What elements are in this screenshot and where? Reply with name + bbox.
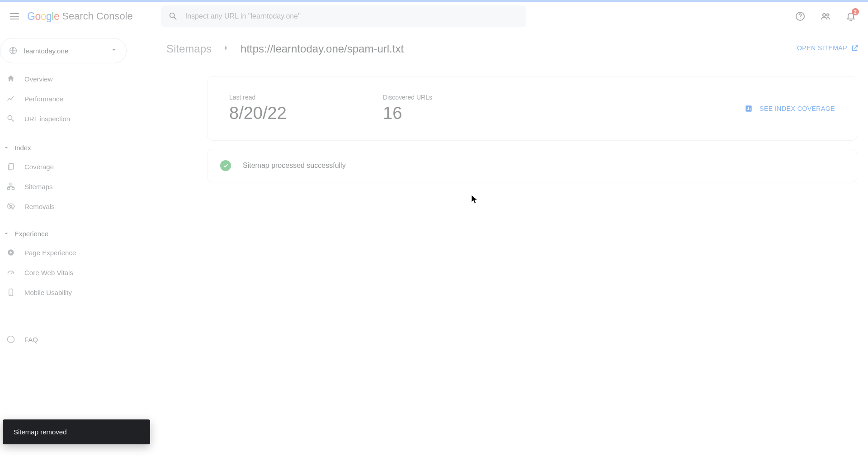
open-sitemap-label: OPEN SITEMAP — [797, 44, 847, 52]
nav-overview[interactable]: Overview — [0, 69, 127, 89]
chart-line-icon — [6, 94, 15, 103]
bar-chart-icon — [744, 104, 753, 113]
app-header: Google Search Console 2 — [0, 2, 868, 31]
nav-label: Performance — [24, 95, 63, 103]
sidebar: learntoday.one Overview Performance URL … — [0, 36, 127, 457]
metric-value: 8/20/22 — [229, 104, 383, 123]
hamburger-icon — [9, 11, 20, 22]
nav-faq[interactable]: FAQ — [0, 329, 127, 349]
nav-performance[interactable]: Performance — [0, 89, 127, 109]
open-sitemap-button[interactable]: OPEN SITEMAP — [793, 37, 863, 59]
snackbar-toast: Sitemap removed — [3, 419, 150, 444]
nav-section-label: Index — [14, 144, 31, 152]
nav-section-index[interactable]: Index — [0, 138, 127, 157]
header-actions: 2 — [790, 6, 864, 26]
product-logo[interactable]: Google Search Console — [27, 10, 133, 23]
svg-rect-8 — [12, 188, 14, 190]
nav-label: Page Experience — [24, 249, 76, 257]
chevron-right-icon — [222, 43, 231, 54]
help-icon — [6, 335, 15, 344]
globe-icon — [9, 46, 18, 55]
speedometer-icon — [6, 268, 15, 277]
svg-point-2 — [823, 14, 826, 16]
home-icon — [6, 74, 15, 83]
action-label: SEE INDEX COVERAGE — [760, 105, 835, 112]
nav-coverage[interactable]: Coverage — [0, 157, 127, 176]
nav-label: Overview — [24, 75, 53, 83]
see-index-coverage-button[interactable]: SEE INDEX COVERAGE — [744, 104, 835, 113]
breadcrumb-root[interactable]: Sitemaps — [166, 43, 212, 55]
google-wordmark: Google — [27, 10, 59, 23]
status-text: Sitemap processed successfully — [243, 162, 346, 170]
property-domain: learntoday.one — [24, 47, 104, 55]
breadcrumb-current: https://learntoday.one/spam-url.txt — [241, 43, 404, 55]
main-content: Sitemaps https://learntoday.one/spam-url… — [136, 36, 868, 457]
url-inspect-search[interactable] — [161, 5, 526, 27]
svg-rect-7 — [8, 188, 10, 190]
nav-label: Removals — [24, 203, 55, 210]
check-circle-icon — [220, 160, 231, 171]
toast-text: Sitemap removed — [14, 428, 67, 436]
sitemap-icon — [6, 182, 15, 191]
svg-point-13 — [8, 336, 14, 343]
status-card: Sitemap processed successfully — [207, 149, 857, 182]
search-input[interactable] — [185, 12, 519, 20]
nav-label: FAQ — [24, 336, 38, 343]
nav-label: Mobile Usability — [24, 289, 72, 296]
nav-label: URL inspection — [24, 115, 70, 123]
nav-label: Core Web Vitals — [24, 269, 73, 276]
notification-badge: 2 — [852, 8, 859, 15]
nav-removals[interactable]: Removals — [0, 196, 127, 216]
pages-icon — [6, 162, 15, 171]
help-button[interactable] — [790, 6, 810, 26]
mobile-icon — [6, 288, 15, 297]
nav-label: Coverage — [24, 163, 54, 171]
search-icon — [6, 114, 15, 123]
nav-mobile-usability[interactable]: Mobile Usability — [0, 282, 127, 302]
app-name: Search Console — [62, 10, 133, 22]
metric-label: Discovered URLs — [383, 94, 537, 101]
nav-core-web-vitals[interactable]: Core Web Vitals — [0, 262, 127, 282]
nav-url-inspection[interactable]: URL inspection — [0, 109, 127, 129]
nav-label: Sitemaps — [24, 183, 53, 190]
svg-rect-6 — [10, 183, 12, 185]
chevron-down-icon — [3, 144, 10, 151]
notifications-button[interactable]: 2 — [841, 6, 861, 26]
nav-section-experience[interactable]: Experience — [0, 224, 127, 243]
metric-value: 16 — [383, 104, 537, 123]
primary-nav: Overview Performance URL inspection Inde… — [0, 69, 127, 349]
menu-button[interactable] — [4, 5, 25, 27]
breadcrumb: Sitemaps https://learntoday.one/spam-url… — [166, 36, 857, 62]
nav-section-label: Experience — [14, 230, 48, 238]
property-selector[interactable]: learntoday.one — [0, 38, 127, 63]
chevron-down-icon — [110, 46, 118, 56]
svg-point-12 — [10, 294, 11, 295]
metric-label: Last read — [229, 94, 383, 101]
help-icon — [795, 11, 806, 22]
users-button[interactable] — [816, 6, 835, 26]
svg-point-1 — [800, 18, 801, 19]
nav-page-experience[interactable]: Page Experience — [0, 243, 127, 262]
metric-discovered-urls: Discovered URLs 16 — [383, 94, 537, 123]
search-icon — [168, 11, 178, 21]
external-link-icon — [851, 44, 859, 52]
svg-point-3 — [827, 14, 829, 16]
metric-last-read: Last read 8/20/22 — [229, 94, 383, 123]
people-icon — [820, 11, 831, 22]
chevron-down-icon — [3, 230, 10, 237]
visibility-off-icon — [6, 202, 15, 211]
circle-plus-icon — [6, 248, 15, 257]
nav-sitemaps[interactable]: Sitemaps — [0, 176, 127, 196]
metrics-card: Last read 8/20/22 Discovered URLs 16 SEE… — [207, 76, 857, 141]
svg-rect-5 — [9, 163, 14, 169]
